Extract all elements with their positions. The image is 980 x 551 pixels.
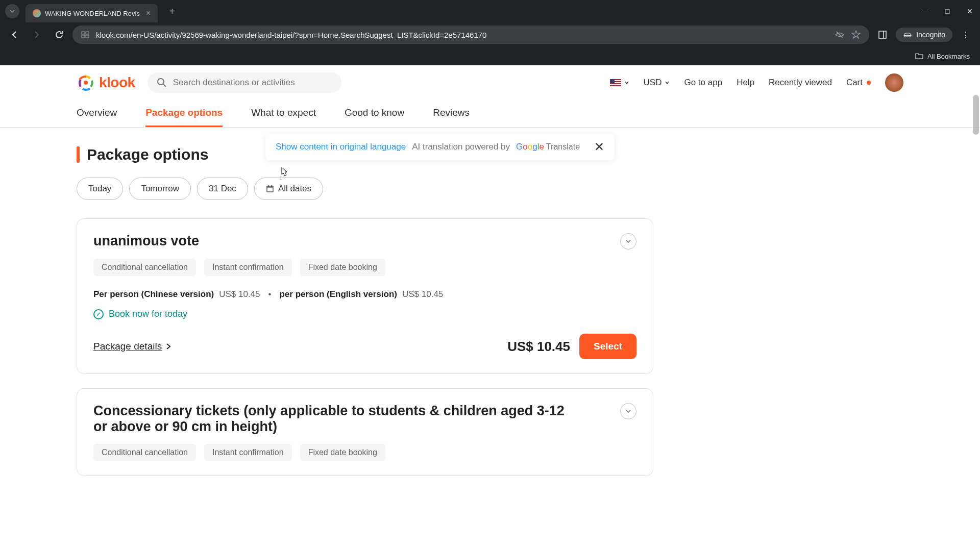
package-details-link[interactable]: Package details bbox=[93, 341, 171, 352]
google-translate-logo: Google Translate bbox=[516, 142, 580, 152]
language-selector[interactable] bbox=[610, 79, 629, 86]
package-title: Concessionary tickets (only applicable t… bbox=[93, 403, 578, 435]
browser-tab[interactable]: WAKING WONDERLAND Revis × bbox=[26, 4, 158, 22]
bookmarks-row: All Bookmarks bbox=[0, 47, 980, 65]
folder-icon bbox=[915, 53, 923, 60]
site-header: klook USD Go to app Help Recently viewed… bbox=[0, 65, 980, 100]
site-info-icon[interactable] bbox=[81, 30, 90, 39]
cart-notification-dot bbox=[867, 81, 871, 85]
package-tags: Conditional cancellation Instant confirm… bbox=[93, 259, 636, 276]
scrollbar-thumb[interactable] bbox=[973, 95, 979, 135]
minimize-button[interactable]: — bbox=[920, 7, 930, 15]
bookmark-star-icon[interactable] bbox=[851, 30, 861, 40]
footer-price: US$ 10.45 bbox=[507, 339, 570, 355]
nav-tabs: Overview Package options What to expect … bbox=[0, 100, 980, 128]
tag: Conditional cancellation bbox=[93, 444, 196, 461]
window-controls: — □ ✕ bbox=[920, 7, 975, 15]
tab-bar: WAKING WONDERLAND Revis × + — □ ✕ bbox=[0, 0, 980, 22]
tab-dropdown-button[interactable] bbox=[5, 4, 19, 18]
all-bookmarks-button[interactable]: All Bookmarks bbox=[915, 53, 970, 60]
header-right: USD Go to app Help Recently viewed Cart bbox=[610, 73, 903, 92]
forward-button[interactable] bbox=[28, 26, 46, 44]
back-button[interactable] bbox=[5, 26, 23, 44]
expand-button[interactable] bbox=[620, 233, 636, 249]
tab-good-to-know[interactable]: Good to know bbox=[345, 100, 404, 127]
translate-close-icon[interactable]: ✕ bbox=[594, 140, 604, 154]
svg-point-7 bbox=[158, 79, 164, 85]
select-button[interactable]: Select bbox=[579, 334, 636, 359]
tag: Conditional cancellation bbox=[93, 259, 196, 276]
date-pill-today[interactable]: Today bbox=[77, 178, 123, 200]
tag: Fixed date booking bbox=[300, 259, 385, 276]
svg-rect-4 bbox=[879, 31, 886, 38]
tab-package-options[interactable]: Package options bbox=[145, 100, 223, 127]
book-now-badge: Book now for today bbox=[93, 309, 636, 319]
address-bar-row: klook.com/en-US/activity/92569-waking-wo… bbox=[0, 22, 980, 47]
content-area: Show content in original language AI tra… bbox=[0, 128, 980, 509]
cart-link[interactable]: Cart bbox=[846, 78, 871, 88]
translate-link[interactable]: Show content in original language bbox=[276, 142, 406, 152]
svg-rect-0 bbox=[82, 32, 85, 34]
chevron-down-icon bbox=[665, 80, 670, 85]
section-title-text: Package options bbox=[87, 146, 208, 163]
package-title: unanimous vote bbox=[93, 233, 199, 249]
currency-selector[interactable]: USD bbox=[644, 78, 670, 88]
logo-icon bbox=[77, 73, 95, 92]
logo-text: klook bbox=[99, 74, 135, 91]
tab-title: WAKING WONDERLAND Revis bbox=[45, 10, 140, 17]
date-pill-date[interactable]: 31 Dec bbox=[197, 178, 248, 200]
reload-button[interactable] bbox=[50, 26, 68, 44]
user-avatar[interactable] bbox=[885, 73, 903, 92]
maximize-button[interactable]: □ bbox=[942, 7, 952, 15]
price-value: US$ 10.45 bbox=[402, 289, 443, 299]
eye-off-icon[interactable] bbox=[835, 30, 845, 40]
address-bar[interactable]: klook.com/en-US/activity/92569-waking-wo… bbox=[72, 26, 869, 44]
flag-icon bbox=[610, 79, 621, 86]
new-tab-button[interactable]: + bbox=[165, 4, 179, 18]
svg-line-8 bbox=[163, 84, 166, 87]
chevron-down-icon bbox=[625, 238, 632, 245]
go-to-app-link[interactable]: Go to app bbox=[684, 78, 722, 88]
chevron-right-icon bbox=[166, 343, 171, 350]
help-link[interactable]: Help bbox=[737, 78, 754, 88]
tab-what-to-expect[interactable]: What to expect bbox=[251, 100, 316, 127]
pricing-row: Per person (Chinese version) US$ 10.45 •… bbox=[93, 289, 636, 299]
search-box[interactable] bbox=[148, 72, 341, 93]
package-card: unanimous vote Conditional cancellation … bbox=[77, 218, 653, 374]
incognito-badge[interactable]: Incognito bbox=[896, 28, 952, 42]
tab-overview[interactable]: Overview bbox=[77, 100, 117, 127]
tab-reviews[interactable]: Reviews bbox=[433, 100, 470, 127]
section-title: Package options bbox=[77, 146, 208, 163]
search-input[interactable] bbox=[173, 78, 332, 88]
tag: Fixed date booking bbox=[300, 444, 385, 461]
package-card: Concessionary tickets (only applicable t… bbox=[77, 388, 653, 476]
expand-button[interactable] bbox=[620, 403, 636, 419]
tab-close-icon[interactable]: × bbox=[146, 9, 151, 18]
chevron-down-icon bbox=[625, 408, 632, 415]
date-pill-all-dates[interactable]: All dates bbox=[254, 178, 323, 200]
close-window-button[interactable]: ✕ bbox=[965, 7, 975, 15]
recently-viewed-link[interactable]: Recently viewed bbox=[769, 78, 832, 88]
tag: Instant confirmation bbox=[204, 444, 292, 461]
logo[interactable]: klook bbox=[77, 73, 135, 92]
search-icon bbox=[157, 78, 167, 88]
tab-favicon bbox=[33, 9, 41, 17]
translate-powered-label: AI translation powered by bbox=[412, 142, 510, 152]
side-panel-button[interactable] bbox=[873, 26, 892, 44]
price-label: per person (English version) bbox=[279, 289, 397, 299]
date-pills: Today Tomorrow 31 Dec All dates bbox=[77, 178, 903, 200]
chevron-down-icon bbox=[624, 80, 629, 85]
svg-rect-9 bbox=[267, 186, 273, 192]
package-footer: Package details US$ 10.45 Select bbox=[93, 334, 636, 359]
browser-chrome: WAKING WONDERLAND Revis × + — □ ✕ klook.… bbox=[0, 0, 980, 65]
section-bar-icon bbox=[77, 146, 80, 163]
svg-point-6 bbox=[84, 81, 88, 85]
price-label: Per person (Chinese version) bbox=[93, 289, 214, 299]
date-pill-tomorrow[interactable]: Tomorrow bbox=[129, 178, 191, 200]
incognito-label: Incognito bbox=[916, 31, 945, 39]
translate-bar: Show content in original language AI tra… bbox=[265, 134, 615, 160]
check-circle-icon bbox=[93, 309, 104, 319]
browser-menu-button[interactable]: ⋮ bbox=[957, 30, 975, 40]
url-text: klook.com/en-US/activity/92569-waking-wo… bbox=[96, 31, 828, 39]
svg-rect-1 bbox=[86, 32, 89, 34]
